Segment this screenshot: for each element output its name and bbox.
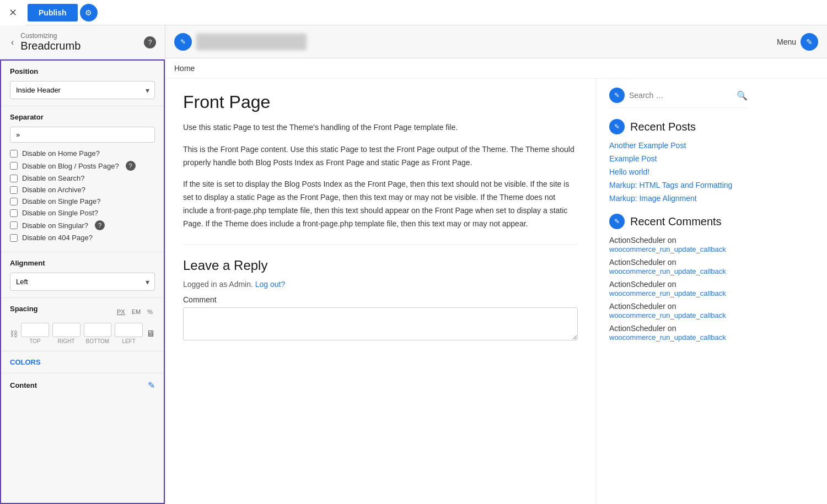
separator-input[interactable]: [10, 127, 155, 143]
checkbox-single-post-input[interactable]: [10, 209, 18, 217]
page-title: Front Page: [183, 92, 578, 112]
back-button[interactable]: ‹: [9, 35, 16, 50]
checkbox-singular-label: Disable on Singular?: [22, 221, 88, 230]
checkbox-blog-input[interactable]: [10, 162, 18, 170]
logout-link[interactable]: Log out?: [255, 280, 286, 289]
checkbox-home-input[interactable]: [10, 150, 18, 158]
spacing-top-label: TOP: [29, 338, 40, 344]
link-icon: ⛓: [10, 329, 18, 338]
preview-body: Front Page Use this static Page to test …: [165, 79, 827, 504]
comment-link-5[interactable]: woocommerce_run_update_callback: [609, 333, 726, 342]
spacing-right-label: RIGHT: [58, 338, 75, 344]
menu-edit-icon: ✎: [806, 37, 813, 46]
spacing-left-label: LEFT: [122, 338, 135, 344]
spacing-right-box: RIGHT: [52, 323, 80, 344]
spacing-inputs: ⛓ TOP RIGHT BOTTOM LEFT: [10, 323, 155, 344]
comment-textarea[interactable]: [183, 307, 578, 340]
spacing-left-input[interactable]: [115, 323, 143, 337]
checkbox-blog: Disable on Blog / Posts Page? ?: [10, 161, 155, 171]
site-edit-circle: ✎: [174, 33, 192, 51]
comment-author-2: ActionScheduler: [609, 258, 665, 267]
checkbox-blog-label: Disable on Blog / Posts Page?: [22, 162, 119, 170]
comment-author-5: ActionScheduler: [609, 324, 665, 333]
comment-on-1: on: [668, 236, 676, 245]
search-icon[interactable]: 🔍: [737, 90, 748, 101]
recent-post-1[interactable]: Another Example Post: [609, 141, 748, 150]
comment-link-1[interactable]: woocommerce_run_update_callback: [609, 245, 726, 253]
search-edit-icon: ✎: [614, 91, 620, 99]
comment-link-2[interactable]: woocommerce_run_update_callback: [609, 267, 726, 275]
preview-nav: Home: [165, 58, 827, 79]
recent-post-3[interactable]: Hello world!: [609, 167, 748, 176]
nav-home: Home: [174, 64, 195, 73]
recent-posts-title: Recent Posts: [630, 121, 696, 133]
panel-sub-label: Customizing: [20, 32, 144, 40]
unit-percent[interactable]: %: [145, 307, 155, 316]
recent-comments-widget: ✎ Recent Comments ActionScheduler on woo…: [609, 214, 748, 342]
content-edit-button[interactable]: ✎: [148, 380, 155, 391]
checkbox-singular-input[interactable]: [10, 221, 18, 229]
monitor-icon: 🖥: [146, 329, 155, 339]
spacing-right-input[interactable]: [52, 323, 80, 337]
search-input[interactable]: [629, 91, 737, 100]
main-layout: ‹ Customizing Breadcrumb ? Position Insi…: [0, 25, 827, 504]
alignment-label: Alignment: [10, 259, 155, 267]
page-divider: [183, 244, 578, 245]
comment-link-4[interactable]: woocommerce_run_update_callback: [609, 311, 726, 319]
position-section: Position Inside Header Before Content Af…: [1, 61, 164, 106]
recent-post-4[interactable]: Markup: HTML Tags and Formatting: [609, 181, 748, 189]
colors-section[interactable]: COLORS: [1, 351, 164, 373]
page-para-3: If the site is set to display the Blog P…: [183, 178, 578, 230]
unit-em[interactable]: EM: [130, 307, 143, 316]
left-panel: ‹ Customizing Breadcrumb ? Position Insi…: [0, 25, 165, 504]
checkbox-single-page-input[interactable]: [10, 198, 18, 205]
recent-post-2[interactable]: Example Post: [609, 154, 748, 163]
checkbox-404-input[interactable]: [10, 234, 18, 242]
close-button[interactable]: ✕: [0, 0, 25, 25]
help-button[interactable]: ?: [144, 36, 156, 48]
comment-author-1: ActionScheduler: [609, 236, 665, 245]
comment-author-3: ActionScheduler: [609, 280, 665, 289]
recent-post-5[interactable]: Markup: Image Alignment: [609, 194, 748, 203]
comment-entry-5: ActionScheduler on woocommerce_run_updat…: [609, 324, 748, 342]
panel-title-block: Customizing Breadcrumb: [20, 32, 144, 52]
gear-button[interactable]: ⚙: [80, 4, 98, 21]
comment-entry-1: ActionScheduler on woocommerce_run_updat…: [609, 236, 748, 253]
unit-tabs: PX EM %: [115, 307, 155, 316]
comment-link-3[interactable]: woocommerce_run_update_callback: [609, 289, 726, 297]
checkbox-archive: Disable on Archive?: [10, 186, 155, 194]
checkbox-404-label: Disable on 404 Page?: [22, 234, 93, 242]
site-edit-icon: ✎: [180, 38, 186, 46]
checkbox-search-label: Disable on Search?: [22, 174, 84, 182]
panel-header: ‹ Customizing Breadcrumb ?: [0, 25, 165, 59]
recent-posts-widget: ✎ Recent Posts Another Example Post Exam…: [609, 119, 748, 203]
help-singular-icon[interactable]: ?: [95, 220, 105, 230]
menu-label: Menu: [777, 37, 796, 46]
recent-comments-header: ✎ Recent Comments: [609, 214, 748, 229]
publish-button[interactable]: Publish: [28, 4, 78, 21]
comment-entry-3: ActionScheduler on woocommerce_run_updat…: [609, 280, 748, 297]
right-area: ✎ Menu ✎ Home Front Page Use this static…: [165, 25, 827, 504]
recent-posts-edit-circle: ✎: [609, 119, 625, 134]
checkboxes-group: Disable on Home Page? Disable on Blog / …: [10, 149, 155, 242]
spacing-bottom-input[interactable]: [84, 323, 112, 337]
checkbox-archive-input[interactable]: [10, 186, 18, 194]
position-select[interactable]: Inside Header Before Content After Conte…: [10, 81, 155, 99]
checkbox-archive-label: Disable on Archive?: [22, 186, 85, 194]
unit-px[interactable]: PX: [115, 307, 127, 316]
checkbox-search-input[interactable]: [10, 175, 18, 182]
recent-comments-edit-icon: ✎: [614, 218, 620, 225]
spacing-top-input[interactable]: [21, 323, 49, 337]
search-edit-circle: ✎: [609, 88, 625, 103]
alignment-section: Alignment Left Center Right: [1, 252, 164, 298]
top-bar: ✕ Publish ⚙: [0, 0, 827, 25]
checkbox-single-post-label: Disable on Single Post?: [22, 209, 98, 217]
page-content: Use this static Page to test the Theme's…: [183, 121, 578, 231]
alignment-select[interactable]: Left Center Right: [10, 273, 155, 291]
menu-circle: ✎: [801, 33, 818, 51]
separator-label: Separator: [10, 113, 155, 121]
spacing-top-box: TOP: [21, 323, 49, 344]
spacing-bottom-box: BOTTOM: [84, 323, 112, 344]
help-blog-icon[interactable]: ?: [126, 161, 136, 171]
content-label: Content: [10, 381, 37, 389]
